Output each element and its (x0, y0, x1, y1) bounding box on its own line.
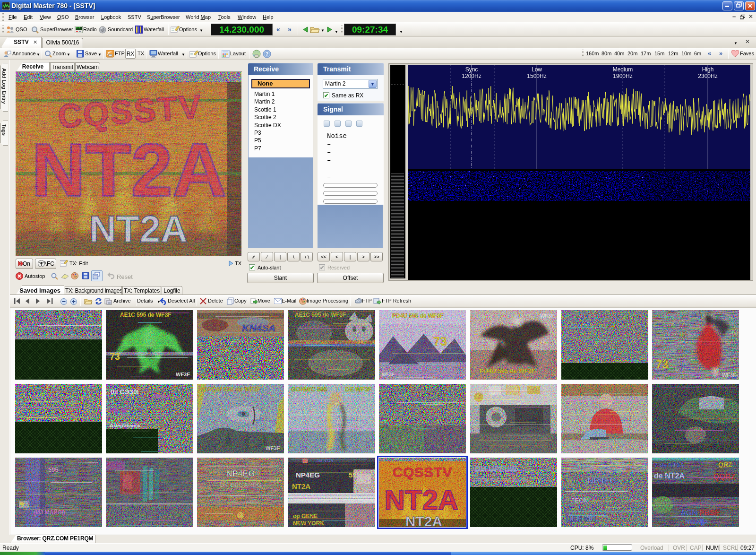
svg-text:DM UPEUW: DM UPEUW (475, 465, 517, 473)
svg-text:ЛЕОМ: ЛЕОМ (571, 497, 589, 504)
svg-text:1500Hz: 1500Hz (527, 73, 546, 79)
svg-text:2300Hz: 2300Hz (698, 73, 717, 79)
svg-text:Американск: Американск (110, 423, 141, 428)
svg-text:0¤ СЭЗ0І: 0¤ СЭЗ0І (111, 388, 139, 396)
svg-text:Medium: Medium (613, 66, 633, 73)
svg-text:Sync: Sync (465, 66, 478, 73)
svg-text:1200Hz: 1200Hz (462, 73, 481, 79)
svg-text:?: ? (266, 51, 269, 57)
svg-text:High: High (702, 66, 714, 73)
svg-text:Low: Low (532, 66, 542, 73)
svg-text:ЦЕН МП: ЦЕН МП (566, 515, 596, 523)
svg-text:1900Hz: 1900Hz (613, 73, 632, 79)
svg-text:Поте г: Поте г (153, 393, 171, 399)
